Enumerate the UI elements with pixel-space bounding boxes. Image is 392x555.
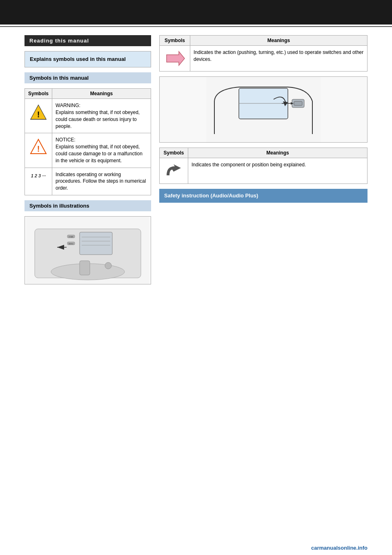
symbol-arrow-pink <box>160 46 190 72</box>
illustration-sunroof-svg <box>160 77 367 142</box>
right-column: Symbols Meanings Indicates <box>159 35 368 533</box>
warning-icon-container: ! <box>28 102 49 123</box>
symbols-manual-table: Symbols Meanings ! <box>24 88 151 195</box>
svg-text:HOME: HOME <box>69 236 74 238</box>
bottom-area: carmanualsonline.info <box>0 541 392 555</box>
notice-meaning: NOTICE:Explains something that, if not o… <box>52 133 151 168</box>
warning-meaning: WARNING:Explains something that, if not … <box>52 99 151 133</box>
reading-manual-header: Reading this manual <box>24 35 151 46</box>
numbers-symbol-text: 1 2 3 ··· <box>31 173 46 179</box>
right-symbols-table-top: Symbols Meanings Indicates <box>159 35 368 72</box>
component-meaning: Indicates the component or position bein… <box>188 158 368 184</box>
svg-point-19 <box>105 262 111 269</box>
svg-text:!: ! <box>37 110 40 119</box>
svg-marker-20 <box>167 51 185 65</box>
symbols-illustrations-header: Symbols in illustrations <box>24 200 151 211</box>
symbol-notice: ! <box>25 133 52 168</box>
symbol-warning: ! <box>25 99 52 133</box>
notice-triangle-icon: ! <box>30 138 47 155</box>
table-col-symbols: Symbols <box>25 89 52 99</box>
svg-text:MENU: MENU <box>69 243 74 245</box>
page-container: Reading this manual Explains symbols use… <box>0 0 392 555</box>
illustration-interior-box: HOME MENU <box>24 216 151 284</box>
table-col-meanings: Meanings <box>52 89 151 99</box>
warning-triangle-icon: ! <box>30 104 47 121</box>
top-bar <box>0 0 392 25</box>
illustration-interior-svg: HOME MENU <box>25 217 151 284</box>
table-row: ! WARNING:Explains something that, if no… <box>25 99 151 133</box>
curved-arrow-icon-container <box>163 161 185 180</box>
content-area: Reading this manual Explains symbols use… <box>0 27 392 541</box>
watermark-site: carmanualsonline.info <box>311 545 368 551</box>
table-row: Indicates the component or position bein… <box>160 158 368 184</box>
explains-box: Explains symbols used in this manual <box>24 51 151 67</box>
safety-instruction-header: Safety instruction (Audio/Audio Plus) <box>159 189 368 203</box>
table-row: ! NOTICE:Explains something that, if not… <box>25 133 151 168</box>
svg-rect-18 <box>80 261 90 275</box>
table-row: Indicates the action (pushing, turning, … <box>160 46 368 72</box>
symbol-arrow-curved <box>160 158 188 184</box>
action-meaning: Indicates the action (pushing, turning, … <box>190 46 368 72</box>
symbols-manual-header: Symbols in this manual <box>24 72 151 83</box>
right-table-col-meanings: Meanings <box>190 36 368 46</box>
symbol-numbers: 1 2 3 ··· <box>25 168 52 195</box>
curved-arrow-icon <box>165 163 183 179</box>
pink-arrow-icon <box>165 51 185 66</box>
right-table-col-symbols: Symbols <box>160 36 190 46</box>
pink-arrow-icon-container <box>163 49 187 68</box>
right-bottom-table-col-symbols: Symbols <box>160 148 188 158</box>
left-column: Reading this manual Explains symbols use… <box>24 35 151 533</box>
watermark: carmanualsonline.info <box>311 545 368 551</box>
numbers-icon-container: 1 2 3 ··· <box>28 171 49 181</box>
notice-icon-container: ! <box>28 137 49 157</box>
table-row: 1 2 3 ··· Indicates operating or working… <box>25 168 151 195</box>
right-bottom-table-col-meanings: Meanings <box>188 148 368 158</box>
right-symbols-table-bottom: Symbols Meanings <box>159 148 368 184</box>
numbers-meaning: Indicates operating or working procedure… <box>52 168 151 195</box>
svg-rect-7 <box>80 232 112 255</box>
svg-text:!: ! <box>37 144 40 153</box>
illustration-sunroof-box <box>159 76 368 143</box>
svg-rect-26 <box>294 101 302 105</box>
